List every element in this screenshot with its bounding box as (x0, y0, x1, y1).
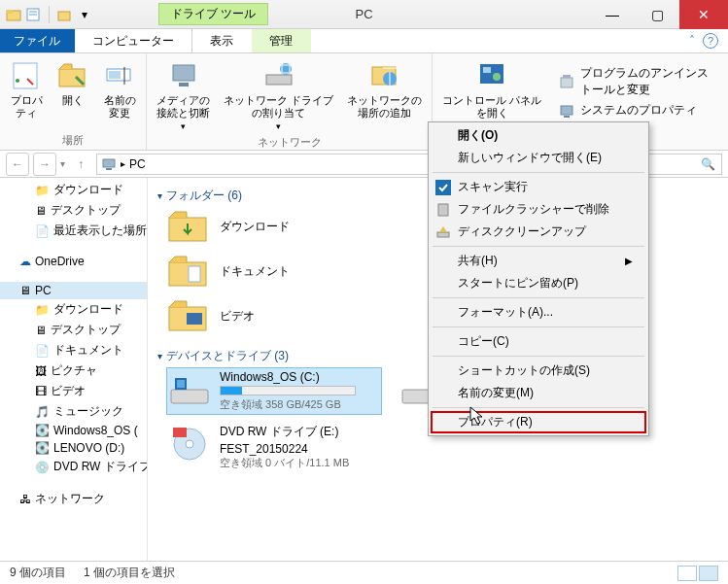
filecrash-icon (434, 201, 452, 219)
svg-rect-13 (179, 83, 189, 86)
tab-file[interactable]: ファイル (0, 29, 75, 52)
back-button[interactable]: ← (6, 153, 29, 176)
help-icon[interactable]: ? (703, 33, 718, 49)
view-switcher (677, 566, 718, 581)
close-button[interactable]: ✕ (679, 0, 728, 29)
properties-icon (10, 59, 43, 92)
tree-pc-dvd[interactable]: 💿DVD RW ドライフ (0, 457, 147, 477)
svg-rect-10 (109, 71, 121, 79)
ribbon-group-network: メディアの 接続と切断 ▾ ネットワーク ドライブ の割り当て ▾ ネットワーク… (147, 53, 433, 150)
tree-pc-music[interactable]: 🎵ミュージック (0, 401, 147, 422)
group-label-network: ネットワーク (153, 133, 426, 150)
ribbon-add-netloc-button[interactable]: ネットワークの 場所の追加 (343, 57, 426, 133)
view-icons-button[interactable] (699, 566, 718, 581)
pc-icon: 🖥 (19, 284, 31, 297)
tree-pc-cdrive[interactable]: 💽Windows8_OS ( (0, 422, 147, 439)
qat-new-folder-icon[interactable] (57, 7, 73, 22)
history-dropdown-icon[interactable]: ▾ (60, 158, 65, 169)
tree-recent[interactable]: 📄最近表示した場所 (0, 221, 147, 241)
tree-network[interactable]: 🖧ネットワーク (0, 489, 147, 509)
window-title: PC (355, 7, 372, 21)
explorer-icon (6, 7, 21, 22)
menu-properties[interactable]: プロパティ(R) (431, 411, 646, 433)
svg-rect-29 (106, 168, 112, 170)
address-label: PC (129, 157, 146, 171)
separator (49, 6, 50, 23)
drive-c-meta: 空き領域 358 GB/425 GB (220, 397, 356, 412)
dvd-icon (169, 424, 210, 464)
folder-icon (167, 253, 208, 290)
folder-icon: 📁 (35, 303, 50, 317)
tree-pc-downloads[interactable]: 📁ダウンロード (0, 299, 147, 320)
drive-c-title: Windows8_OS (C:) (220, 370, 356, 384)
menu-format[interactable]: フォーマット(A)... (431, 301, 646, 324)
up-button[interactable]: ↑ (69, 153, 92, 176)
tab-computer[interactable]: コンピューター (75, 29, 192, 52)
menu-diskcleanup[interactable]: ディスククリーンアップ (431, 221, 646, 243)
svg-rect-6 (14, 63, 37, 88)
forward-button[interactable]: → (33, 153, 56, 176)
svg-rect-5 (58, 12, 70, 20)
tree-onedrive[interactable]: ☁OneDrive (0, 253, 147, 270)
ribbon-collapse-icon[interactable]: ˄ (689, 34, 695, 48)
maximize-button[interactable]: ▢ (635, 0, 679, 29)
svg-rect-25 (564, 116, 570, 118)
qat-properties-icon[interactable] (25, 7, 41, 22)
svg-rect-44 (437, 232, 449, 237)
svg-rect-42 (435, 180, 451, 195)
ribbon-media-button[interactable]: メディアの 接続と切断 ▾ (153, 57, 214, 133)
status-items: 9 個の項目 (10, 565, 66, 581)
menu-shortcut[interactable]: ショートカットの作成(S) (431, 360, 646, 382)
tree-pc[interactable]: 🖥PC (0, 282, 147, 299)
tree-pc-desktop[interactable]: 🖥デスクトップ (0, 320, 147, 340)
svg-rect-34 (187, 313, 202, 325)
drive-e-meta: 空き領域 0 バイト/11.1 MB (220, 456, 349, 470)
menu-pin-start[interactable]: スタートにピン留め(P) (431, 272, 646, 294)
tree-desktop[interactable]: 🖥デスクトップ (0, 200, 147, 221)
onedrive-icon: ☁ (19, 255, 31, 268)
recent-icon: 📄 (35, 224, 50, 238)
videos-icon: 🎞 (35, 385, 47, 398)
tab-view[interactable]: 表示 (192, 29, 252, 52)
window-controls: — ▢ ✕ (590, 0, 728, 29)
view-details-button[interactable] (677, 566, 697, 581)
sysprop-icon (559, 103, 574, 119)
minimize-button[interactable]: — (590, 0, 635, 29)
diskcleanup-icon (434, 223, 452, 241)
ribbon-map-drive-button[interactable]: ネットワーク ドライブ の割り当て ▾ (220, 57, 337, 133)
tree-pc-videos[interactable]: 🎞ビデオ (0, 381, 147, 401)
title-help: ˄ ? (689, 29, 728, 52)
svg-rect-8 (59, 69, 85, 86)
context-menu: 開く(O) 新しいウィンドウで開く(E) スキャン実行 ファイルクラッシャーで削… (428, 121, 649, 436)
media-icon (167, 59, 200, 92)
tree-downloads[interactable]: 📁ダウンロード (0, 180, 147, 200)
menu-filecrash[interactable]: ファイルクラッシャーで削除 (431, 198, 646, 221)
tree-pc-documents[interactable]: 📄ドキュメント (0, 340, 147, 361)
scan-icon (434, 179, 452, 196)
tree-pc-ddrive[interactable]: 💽LENOVO (D:) (0, 439, 147, 457)
menu-share[interactable]: 共有(H)▶ (431, 250, 646, 272)
drive-e[interactable]: DVD RW ドライブ (E:) FEST_20150224 空き領域 0 バイ… (167, 422, 420, 472)
svg-point-7 (16, 79, 19, 83)
ribbon-uninstall-button[interactable]: プログラムのアンインストールと変更 (559, 63, 714, 100)
folder-icon: 📁 (35, 184, 50, 197)
svg-rect-23 (563, 75, 571, 78)
ribbon-properties-button[interactable]: プロパティ (6, 57, 47, 131)
network-icon: 🖧 (19, 493, 31, 506)
menu-open[interactable]: 開く(O) (431, 124, 646, 147)
map-drive-icon (262, 59, 295, 92)
desktop-icon: 🖥 (35, 204, 47, 218)
tab-manage[interactable]: 管理 (252, 29, 311, 52)
menu-rename[interactable]: 名前の変更(M) (431, 382, 646, 404)
menu-open-new-window[interactable]: 新しいウィンドウで開く(E) (431, 147, 646, 169)
drive-c[interactable]: Windows8_OS (C:) 空き領域 358 GB/425 GB (167, 368, 381, 414)
ribbon-open-button[interactable]: 開く (52, 57, 93, 131)
qat-dropdown-icon[interactable]: ▾ (77, 7, 92, 22)
tree-pc-pictures[interactable]: 🖼ピクチャ (0, 361, 147, 381)
menu-scan[interactable]: スキャン実行 (431, 176, 646, 198)
pc-icon (101, 156, 117, 172)
svg-rect-37 (177, 380, 185, 388)
ribbon-rename-button[interactable]: 名前の 変更 (99, 57, 140, 131)
menu-copy[interactable]: コピー(C) (431, 330, 646, 353)
ribbon-system-properties-button[interactable]: システムのプロパティ (559, 100, 714, 120)
